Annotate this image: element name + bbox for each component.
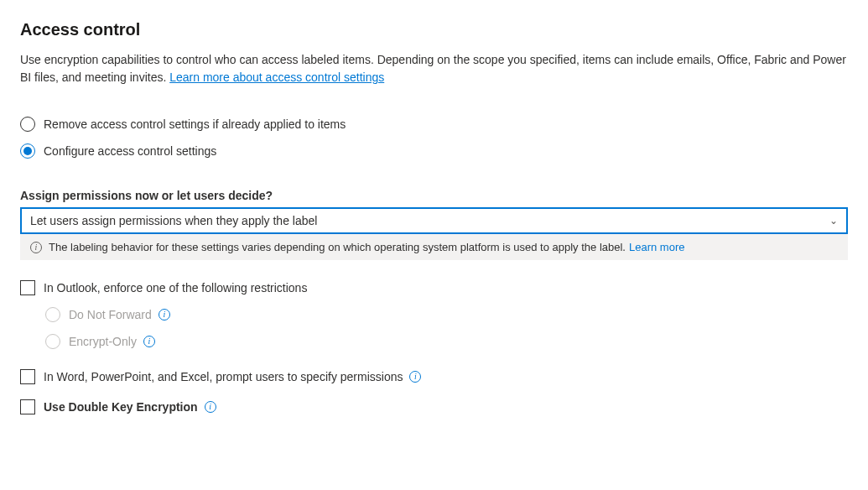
- radio-icon: [45, 307, 60, 322]
- banner-learn-more-link[interactable]: Learn more: [629, 241, 684, 253]
- intro-learn-more-link[interactable]: Learn more about access control settings: [169, 70, 384, 84]
- info-icon[interactable]: i: [159, 309, 170, 321]
- intro-paragraph: Use encryption capabilities to control w…: [20, 51, 848, 86]
- radio-icon: [20, 117, 35, 132]
- radio-icon: [45, 334, 60, 349]
- page-title: Access control: [20, 20, 848, 39]
- checkbox-word-ppt-excel-permissions[interactable]: In Word, PowerPoint, and Excel, prompt u…: [20, 369, 848, 384]
- radio-label: Do Not Forward: [69, 308, 152, 321]
- info-icon[interactable]: i: [409, 371, 421, 383]
- radio-label: Encrypt-Only: [69, 335, 137, 348]
- checkbox-icon: [20, 369, 35, 384]
- checkbox-label: In Word, PowerPoint, and Excel, prompt u…: [44, 370, 403, 383]
- checkbox-label: Use Double Key Encryption: [44, 400, 198, 414]
- radio-do-not-forward: Do Not Forward i: [45, 307, 848, 322]
- radio-label: Remove access control settings if alread…: [44, 117, 346, 131]
- assign-permissions-label: Assign permissions now or let users deci…: [20, 189, 848, 202]
- checkbox-double-key-encryption[interactable]: Use Double Key Encryption i: [20, 399, 848, 414]
- labeling-behavior-banner: i The labeling behavior for these settin…: [20, 234, 848, 260]
- intro-text: Use encryption capabilities to control w…: [20, 53, 846, 84]
- banner-text: The labeling behavior for these settings…: [49, 241, 626, 253]
- assign-permissions-dropdown[interactable]: Let users assign permissions when they a…: [20, 207, 848, 234]
- radio-remove-settings[interactable]: Remove access control settings if alread…: [20, 117, 848, 132]
- chevron-down-icon: ⌄: [829, 215, 838, 227]
- radio-encrypt-only: Encrypt-Only i: [45, 334, 848, 349]
- dropdown-selected-value: Let users assign permissions when they a…: [30, 214, 317, 227]
- radio-label: Configure access control settings: [44, 144, 216, 158]
- checkbox-outlook-restrictions[interactable]: In Outlook, enforce one of the following…: [20, 280, 848, 295]
- checkbox-label: In Outlook, enforce one of the following…: [44, 281, 307, 295]
- info-icon[interactable]: i: [205, 401, 216, 413]
- access-control-mode-radio-group: Remove access control settings if alread…: [20, 117, 848, 159]
- info-icon[interactable]: i: [143, 336, 155, 347]
- radio-icon: [20, 143, 35, 159]
- checkbox-icon: [20, 280, 35, 295]
- radio-configure-settings[interactable]: Configure access control settings: [20, 143, 848, 159]
- info-icon: i: [30, 242, 42, 253]
- checkbox-icon: [20, 399, 35, 414]
- outlook-sub-options: Do Not Forward i Encrypt-Only i: [45, 307, 848, 349]
